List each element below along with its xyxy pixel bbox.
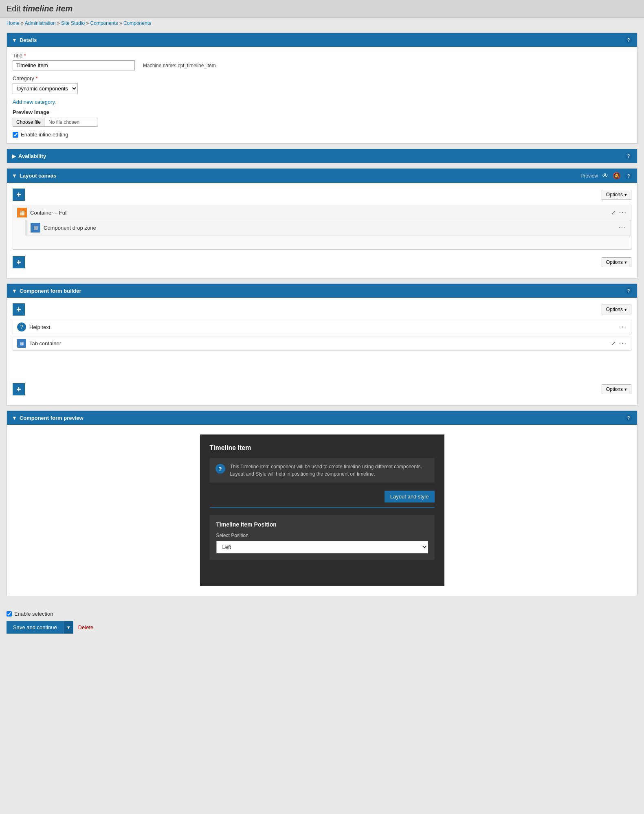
preview-tab-title: Timeline Item Position [216,521,428,528]
layout-canvas-header[interactable]: ▼ Layout canvas Preview 👁 🔕 ? [7,169,637,183]
availability-chevron-right: ▶ [12,153,16,159]
help-text-dots-icon[interactable]: ··· [619,323,627,331]
component-form-builder-section: ▼ Component form builder ? + Options ? H… [7,283,637,406]
file-chosen-text: No file chosen [44,118,97,127]
form-builder-chevron: ▼ [12,288,17,294]
component-dropzone-icon: ▦ [31,223,40,233]
component-dropzone-title: Component drop zone [44,225,615,231]
enable-selection-checkbox[interactable] [7,611,12,617]
preview-title: Timeline Item [210,444,435,452]
breadcrumb-site-studio[interactable]: Site Studio [61,20,85,26]
bottom-bar: Enable selection Save and continue ▾ Del… [0,605,644,639]
details-section-header[interactable]: ▼ Details ? [7,33,637,47]
preview-dark-area: Timeline Item ? This Timeline Item compo… [200,434,444,586]
form-builder-options-button[interactable]: Options [602,305,631,314]
form-builder-add-button-2[interactable]: + [13,383,25,395]
component-dropzone-dots-icon[interactable]: ··· [619,224,626,231]
tab-container-expand-icon[interactable]: ⤢ [611,340,616,347]
choose-file-button[interactable]: Choose file [13,118,44,127]
tab-container-item: ▦ Tab container ⤢ ··· [13,336,631,351]
layout-options-button[interactable]: Options [602,190,631,200]
form-builder-help-icon[interactable]: ? [625,287,632,294]
preview-tab-underline [210,507,435,508]
enable-inline-label[interactable]: Enable inline editing [21,132,68,138]
container-full-icon: ▦ [17,208,27,217]
tab-container-icon: ▦ [17,339,26,348]
breadcrumb-home[interactable]: Home [7,20,20,26]
preview-info-text: This Timeline Item component will be use… [230,463,422,478]
component-form-preview-section: ▼ Component form preview ? Timeline Item… [7,410,637,596]
preview-info-icon: ? [215,464,225,474]
layout-add-button-2[interactable]: + [13,256,25,268]
help-text-item-header: ? Help text ··· [13,320,631,334]
title-field-label: Title * [13,53,631,59]
save-and-continue-button[interactable]: Save and continue [7,621,64,634]
component-form-builder-body: + Options ? Help text ··· ▦ Tab containe… [7,298,637,405]
tab-container-dots-icon[interactable]: ··· [619,340,627,347]
form-builder-options-button-2[interactable]: Options [602,384,631,394]
preview-tab-section: Timeline Item Position Select Position L… [210,515,435,560]
preview-info-box: ? This Timeline Item component will be u… [210,458,435,483]
form-preview-help-icon[interactable]: ? [625,414,632,421]
page-title-prefix: Edit [7,4,20,13]
save-dropdown-button[interactable]: ▾ [64,621,73,634]
category-field-label: Category * [13,75,631,81]
component-form-builder-header[interactable]: ▼ Component form builder ? [7,284,637,298]
details-help-icon[interactable]: ? [625,36,632,44]
layout-add-button[interactable]: + [13,189,25,201]
component-form-preview-header[interactable]: ▼ Component form preview ? [7,411,637,425]
help-text-item: ? Help text ··· [13,320,631,334]
container-full-header: ▦ Container – Full ⤢ ··· [13,205,631,220]
enable-inline-checkbox[interactable] [13,132,18,138]
page-header: Edit timeline item [0,0,644,18]
component-dropzone-header: ▦ Component drop zone ··· [26,220,631,235]
layout-canvas-chevron: ▼ [12,173,17,179]
component-dropzone-item: ▦ Component drop zone ··· [26,220,631,235]
details-section-body: Title * Machine name: cpt_timeline_item … [7,47,637,143]
delete-link[interactable]: Delete [78,624,94,630]
preview-position-select[interactable]: Left Right Center [216,541,428,553]
help-text-icon: ? [17,323,26,331]
form-builder-title: Component form builder [20,288,81,294]
category-select[interactable]: Dynamic components [13,83,78,94]
container-full-title: Container – Full [30,210,608,216]
availability-title: Availability [18,153,46,159]
help-text-title: Help text [29,324,616,330]
availability-help-icon[interactable]: ? [625,152,632,160]
page-title-italic: timeline item [23,4,73,13]
title-input[interactable] [13,60,135,70]
preview-label: Preview [580,173,598,179]
breadcrumb-administration[interactable]: Administration [25,20,56,26]
details-chevron-down: ▼ [12,37,17,43]
container-full-dots-icon[interactable]: ··· [619,209,627,216]
form-preview-title: Component form preview [20,415,84,421]
component-form-preview-body: Timeline Item ? This Timeline Item compo… [7,425,637,596]
breadcrumb-components-2[interactable]: Components [123,20,151,26]
details-section: ▼ Details ? Title * Machine name: cpt_ti… [7,33,637,144]
form-builder-add-button[interactable]: + [13,303,25,316]
layout-canvas-title: Layout canvas [20,173,56,179]
layout-canvas-body: + Options ▦ Container – Full ⤢ ··· [7,183,637,278]
machine-name-label: Machine name: cpt_timeline_item [143,63,216,68]
layout-canvas-help-icon[interactable]: ? [625,172,632,180]
container-full-expand-icon[interactable]: ⤢ [611,209,616,216]
container-full-item: ▦ Container – Full ⤢ ··· ▦ Component dro… [13,205,631,250]
breadcrumb-components[interactable]: Components [90,20,118,26]
add-category-link[interactable]: Add new category. [13,99,631,105]
layout-options-button-2[interactable]: Options [602,257,631,267]
breadcrumb: Home » Administration » Site Studio » Co… [0,18,644,29]
save-btn-group: Save and continue ▾ [7,621,73,634]
tab-container-item-header: ▦ Tab container ⤢ ··· [13,336,631,350]
preview-image-label: Preview image [13,109,631,115]
availability-section: ▶ Availability ? [7,149,637,163]
eye-open-icon[interactable]: 👁 [602,172,609,180]
enable-selection-label[interactable]: Enable selection [14,611,53,617]
layout-canvas-section: ▼ Layout canvas Preview 👁 🔕 ? + Options … [7,168,637,279]
eye-slash-icon[interactable]: 🔕 [613,172,621,180]
preview-position-field-label: Select Position [216,533,428,538]
details-title: Details [20,37,37,43]
form-preview-chevron: ▼ [12,415,17,421]
availability-section-header[interactable]: ▶ Availability ? [7,149,637,163]
tab-container-title: Tab container [29,340,608,347]
layout-and-style-button[interactable]: Layout and style [385,491,435,502]
